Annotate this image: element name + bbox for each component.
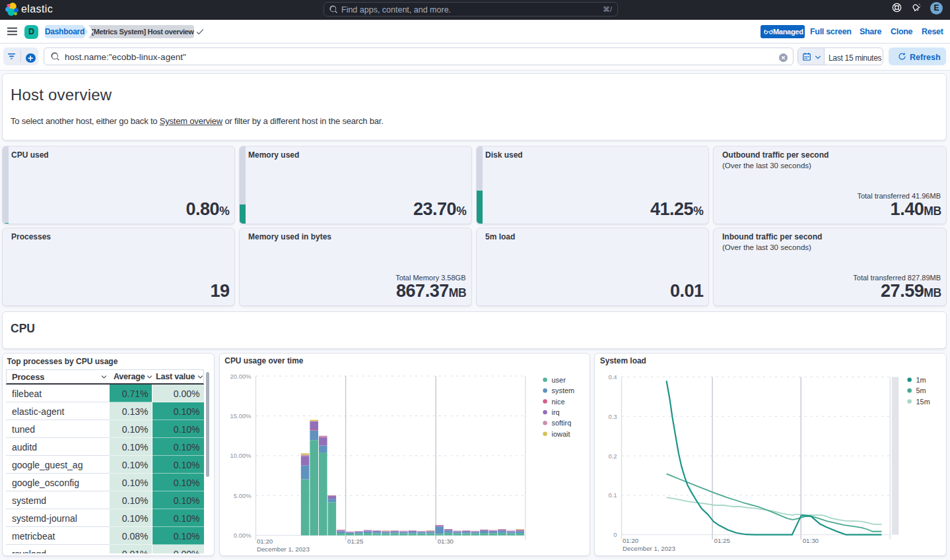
svg-text:system: system [551,387,574,394]
svg-text:1m: 1m [916,375,926,383]
svg-text:0.3: 0.3 [608,412,617,420]
svg-text:user: user [551,375,566,383]
svg-text:10.00%: 10.00% [230,452,252,459]
svg-text:0.1: 0.1 [608,491,617,499]
svg-text:01:30: 01:30 [802,537,819,544]
svg-text:15.00%: 15.00% [230,412,252,419]
svg-text:System load: System load [599,356,646,365]
svg-text:0.2: 0.2 [608,452,617,459]
svg-text:December 1, 2023: December 1, 2023 [256,545,309,553]
svg-text:December 1, 2023: December 1, 2023 [622,545,675,552]
svg-text:5.00%: 5.00% [233,491,251,499]
svg-text:nice: nice [551,397,564,405]
svg-text:01:20: 01:20 [622,537,638,544]
svg-text:irq: irq [551,408,559,416]
svg-text:01:25: 01:25 [714,537,729,544]
svg-text:softirq: softirq [551,419,571,427]
svg-text:5m: 5m [916,387,926,394]
svg-text:iowait: iowait [551,429,570,437]
svg-text:0.00%: 0.00% [233,532,251,539]
svg-text:20.00%: 20.00% [230,372,252,379]
svg-text:01:30: 01:30 [437,538,454,545]
svg-text:0.4: 0.4 [608,373,617,380]
svg-text:15m: 15m [916,397,930,405]
svg-text:01:25: 01:25 [347,538,363,545]
svg-text:CPU usage over time: CPU usage over time [224,356,303,365]
svg-text:0: 0 [613,531,617,538]
svg-text:01:20: 01:20 [256,538,273,545]
